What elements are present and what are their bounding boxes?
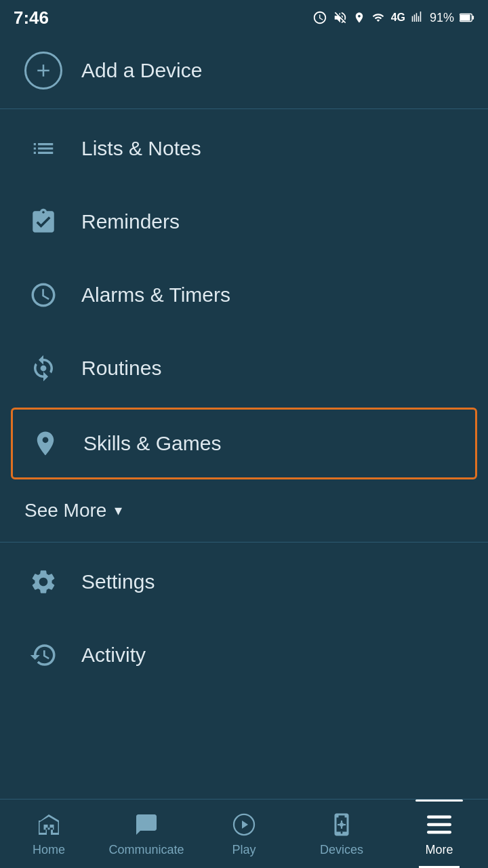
divider-1	[0, 108, 488, 109]
alarms-timers-label: Alarms & Timers	[81, 283, 230, 307]
svg-point-3	[41, 366, 47, 372]
play-nav-icon	[230, 810, 258, 839]
nav-item-communicate[interactable]: Communicate	[98, 800, 195, 868]
nav-item-more[interactable]: More	[390, 800, 488, 868]
devices-nav-icon	[327, 810, 356, 839]
routines-icon	[24, 349, 62, 387]
more-nav-label: More	[425, 843, 453, 857]
add-device-item[interactable]: Add a Device	[0, 35, 488, 106]
see-more-item[interactable]: See More ▾	[0, 482, 488, 539]
menu-item-activity[interactable]: Activity	[0, 618, 488, 692]
mute-status-icon	[333, 10, 348, 25]
menu-item-lists-notes[interactable]: Lists & Notes	[0, 112, 488, 185]
svg-point-6	[340, 823, 344, 827]
menu-item-routines[interactable]: Routines	[0, 332, 488, 405]
svg-rect-2	[472, 16, 474, 20]
settings-icon	[24, 563, 62, 601]
battery-status: 91%	[430, 11, 454, 25]
status-bar: 7:46 4G 91%	[0, 0, 488, 35]
status-time: 7:46	[14, 7, 49, 28]
skills-games-icon	[26, 425, 64, 462]
svg-rect-8	[427, 823, 451, 827]
svg-rect-9	[427, 831, 451, 834]
more-nav-icon	[425, 810, 453, 839]
see-more-label: See More	[24, 500, 106, 521]
communicate-nav-icon	[132, 810, 161, 839]
menu-item-alarms-timers[interactable]: Alarms & Timers	[0, 258, 488, 332]
play-nav-label: Play	[232, 843, 256, 857]
nav-item-play[interactable]: Play	[195, 800, 293, 868]
status-icons: 4G 91%	[312, 10, 474, 25]
alarm-status-icon	[312, 10, 327, 25]
svg-marker-5	[242, 821, 248, 829]
bottom-nav: Home Communicate Play Devices More	[0, 799, 488, 868]
communicate-nav-label: Communicate	[108, 843, 184, 857]
lists-notes-label: Lists & Notes	[81, 137, 201, 160]
svg-rect-7	[427, 816, 451, 819]
network-status-icon: 4G	[391, 12, 405, 24]
reminders-label: Reminders	[81, 210, 180, 233]
alarms-timers-icon	[24, 276, 62, 314]
plus-icon	[33, 60, 54, 81]
menu-item-settings[interactable]: Settings	[0, 545, 488, 618]
battery-icon	[460, 12, 474, 23]
routines-label: Routines	[81, 357, 161, 380]
divider-2	[0, 542, 488, 542]
menu-item-reminders[interactable]: Reminders	[0, 185, 488, 258]
reminders-icon	[24, 203, 62, 241]
activity-icon	[24, 636, 62, 674]
home-nav-icon	[35, 810, 63, 839]
nav-item-devices[interactable]: Devices	[293, 800, 390, 868]
activity-label: Activity	[81, 644, 146, 667]
signal-status-icon	[411, 12, 424, 24]
location-status-icon	[353, 10, 365, 25]
skills-games-label: Skills & Games	[83, 432, 221, 455]
chevron-down-icon: ▾	[115, 502, 122, 519]
settings-label: Settings	[81, 570, 155, 593]
add-device-label: Add a Device	[81, 59, 202, 82]
devices-nav-label: Devices	[320, 843, 363, 857]
wifi-status-icon	[371, 12, 386, 24]
home-nav-label: Home	[33, 843, 65, 857]
add-device-icon-circle	[24, 52, 62, 90]
main-content: Add a Device Lists & Notes Reminders Ala…	[0, 35, 488, 766]
svg-rect-1	[460, 14, 470, 20]
nav-item-home[interactable]: Home	[0, 800, 98, 868]
lists-notes-icon	[24, 130, 62, 167]
menu-item-skills-games[interactable]: Skills & Games	[11, 408, 477, 479]
